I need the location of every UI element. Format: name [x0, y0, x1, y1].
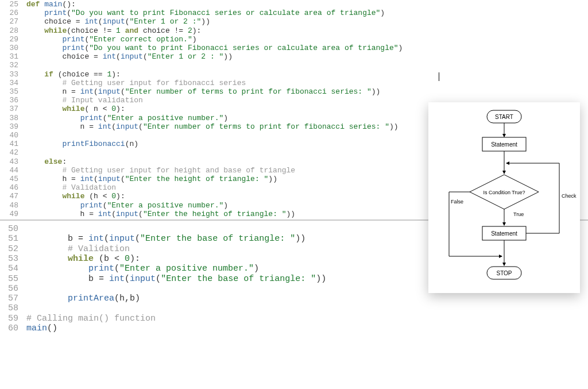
line-number: 56	[0, 284, 26, 294]
line-number: 27	[0, 17, 26, 26]
line-number: 57	[0, 294, 26, 303]
code-content: else:	[26, 157, 67, 166]
code-content: main()	[26, 323, 57, 333]
flowchart-statement2-label: Statement	[491, 230, 517, 237]
line-number: 50	[0, 224, 26, 234]
code-content: choice = int(input("Enter 1 or 2 : "))	[26, 52, 233, 61]
code-line[interactable]: 33 if (choice == 1):	[0, 70, 588, 79]
code-line[interactable]: 31 choice = int(input("Enter 1 or 2 : ")…	[0, 52, 588, 61]
code-line[interactable]: 28 while(choice != 1 and choice != 2):	[0, 26, 588, 35]
code-content: while(choice != 1 and choice != 2):	[26, 26, 201, 35]
code-line[interactable]: 30 print("Do you want to print Fibonacci…	[0, 44, 588, 52]
code-line[interactable]: 25def main():	[0, 0, 588, 9]
code-content: # Calling main() function	[26, 314, 156, 323]
code-content: print("Enter a positive number.")	[26, 114, 228, 122]
code-line[interactable]: 57 printArea(h,b)	[0, 294, 588, 303]
code-content: # Validation	[26, 244, 130, 254]
flowchart-diagram: START Statement Is Condition True? True …	[428, 102, 580, 293]
code-line[interactable]: 60main()	[0, 323, 588, 333]
line-number: 43	[0, 157, 26, 166]
line-number: 33	[0, 70, 26, 79]
flowchart-true-label: True	[513, 211, 524, 217]
line-number: 36	[0, 96, 26, 105]
line-number: 41	[0, 140, 26, 148]
code-content: # Getting user input for height and base…	[26, 166, 295, 175]
line-number: 25	[0, 0, 26, 9]
code-line[interactable]: 29 print("Enter correct option.")	[0, 35, 588, 44]
line-number: 47	[0, 192, 26, 201]
flowchart-check-again-label: Check Again	[562, 193, 577, 199]
line-number: 58	[0, 303, 26, 313]
code-content: # Getting user input for fibonacci serie…	[26, 79, 246, 87]
flowchart-statement1-label: Statement	[491, 141, 517, 148]
line-number: 34	[0, 79, 26, 87]
line-number: 35	[0, 87, 26, 96]
code-content: n = int(input("Enter number of terms to …	[26, 122, 399, 131]
line-number: 26	[0, 9, 26, 17]
code-content: while (h < 0):	[26, 192, 125, 201]
code-content: b = int(input("Enter the base of triangl…	[26, 274, 326, 284]
code-content: print("Do you want to print Fibonacci se…	[26, 9, 385, 17]
line-number: 30	[0, 44, 26, 52]
text-cursor	[439, 72, 439, 81]
flowchart-start-label: START	[495, 114, 513, 120]
code-content: while( n < 0):	[26, 105, 125, 113]
code-content: h = int(input("Enter the height of trian…	[26, 175, 277, 183]
code-line[interactable]: 32	[0, 61, 588, 70]
line-number: 46	[0, 183, 26, 192]
line-number: 29	[0, 35, 26, 44]
line-number: 55	[0, 274, 26, 284]
line-number: 44	[0, 166, 26, 175]
code-content: # Validation	[26, 183, 116, 192]
code-content: print("Enter a positive number.")	[26, 264, 259, 274]
code-content: printFibonacci(n)	[26, 140, 138, 148]
code-content: print("Do you want to print Fibonacci se…	[26, 44, 403, 52]
line-number: 49	[0, 210, 26, 218]
code-content: print("Enter a positive number.")	[26, 201, 228, 210]
code-line[interactable]: 27 choice = int(input("Enter 1 or 2 :"))	[0, 17, 588, 26]
line-number: 28	[0, 26, 26, 35]
line-number: 37	[0, 105, 26, 113]
flowchart-stop-label: STOP	[496, 270, 512, 276]
code-content: h = int(input("Enter the height of trian…	[26, 210, 295, 218]
flowchart-false-label: False	[451, 199, 463, 205]
line-number: 54	[0, 264, 26, 274]
code-line[interactable]: 26 print("Do you want to print Fibonacci…	[0, 9, 588, 17]
line-number: 42	[0, 148, 26, 157]
code-content: # Input validation	[26, 96, 143, 105]
line-number: 60	[0, 323, 26, 333]
line-number: 59	[0, 314, 26, 323]
line-number: 48	[0, 201, 26, 210]
code-content: def main():	[26, 0, 76, 9]
line-number: 40	[0, 131, 26, 140]
line-number: 52	[0, 244, 26, 254]
line-number: 31	[0, 52, 26, 61]
line-number: 38	[0, 114, 26, 122]
code-content: printArea(h,b)	[26, 294, 140, 303]
code-content: if (choice == 1):	[26, 70, 121, 79]
line-number: 39	[0, 122, 26, 131]
code-line[interactable]: 34 # Getting user input for fibonacci se…	[0, 79, 588, 87]
code-line[interactable]: 58	[0, 303, 588, 313]
code-content: b = int(input("Enter the base of triangl…	[26, 234, 305, 244]
line-number: 53	[0, 254, 26, 264]
code-content: print("Enter correct option.")	[26, 35, 197, 44]
line-number: 45	[0, 175, 26, 183]
line-number: 51	[0, 234, 26, 244]
code-content: n = int(input("Enter number of terms to …	[26, 87, 380, 96]
flowchart-condition-label: Is Condition True?	[483, 190, 525, 195]
code-content: while (b < 0):	[26, 254, 140, 264]
code-content: choice = int(input("Enter 1 or 2 :"))	[26, 17, 210, 26]
code-line[interactable]: 59# Calling main() function	[0, 314, 588, 323]
line-number: 32	[0, 61, 26, 70]
code-line[interactable]: 35 n = int(input("Enter number of terms …	[0, 87, 588, 96]
